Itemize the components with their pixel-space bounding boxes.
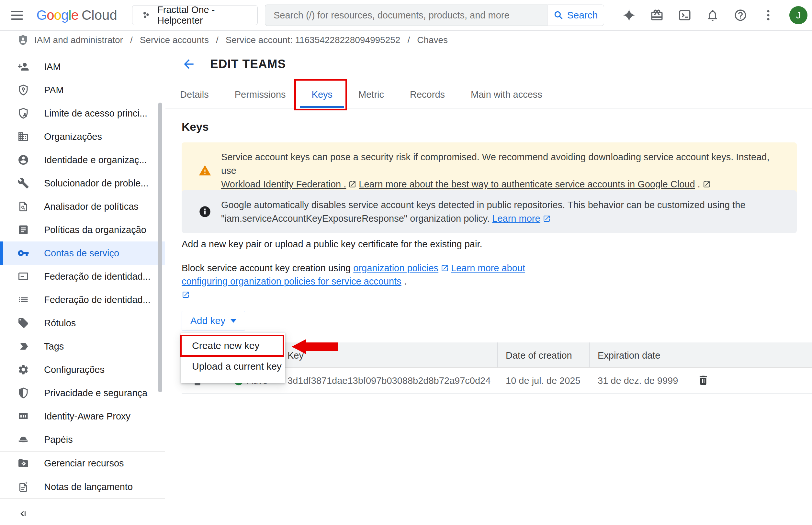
topbar-icons: J: [622, 6, 812, 24]
tab-main-with-access[interactable]: Main with access: [459, 81, 554, 108]
sidebar-item-identidade[interactable]: Identidade e organizaç...: [0, 148, 165, 171]
section-title: Keys: [182, 120, 209, 133]
back-arrow-icon[interactable]: [182, 57, 196, 71]
key-id-value: 3d1df3871dae13bf097b03088b2d8b72a97c0d24: [287, 375, 490, 386]
avatar-initial: J: [796, 10, 801, 21]
column-header-date-of-creation: Date of creation: [506, 350, 572, 361]
column-divider: [497, 343, 498, 368]
list-icon: [17, 294, 29, 305]
info-icon: [198, 205, 211, 218]
project-name: Fracttal One - Helpcenter: [157, 4, 248, 26]
avatar[interactable]: J: [789, 6, 808, 24]
sidebar-item-label: IAM: [44, 61, 61, 72]
sidebar-item-contas-de-servico[interactable]: Contas de serviço: [0, 241, 165, 265]
help-icon[interactable]: [734, 9, 747, 22]
tab-details[interactable]: Details: [168, 81, 221, 108]
configuring-policies-link[interactable]: configuring organization policies for se…: [182, 276, 401, 286]
sidebar-item-identity-aware-proxy[interactable]: Identity-Aware Proxy: [0, 405, 165, 428]
info-banner: Google automatically disables service ac…: [182, 190, 797, 233]
tab-permissions[interactable]: Permissions: [223, 81, 297, 108]
logo-letter: l: [68, 7, 71, 23]
workload-identity-federation-link[interactable]: Workload Identity Federation .: [221, 179, 346, 189]
organization-policies-link[interactable]: organization policies: [353, 263, 438, 273]
card-icon: [17, 271, 29, 282]
info-learn-more-link[interactable]: Learn more: [492, 213, 540, 224]
delete-key-icon[interactable]: [697, 374, 709, 387]
sidebar-item-label: Gerenciar recursos: [44, 458, 124, 469]
chevron-down-icon: [231, 319, 236, 323]
tab-records[interactable]: Records: [398, 81, 457, 108]
learn-more-authenticate-link[interactable]: Learn more about the best way to authent…: [359, 179, 695, 189]
warning-after-text: .: [698, 179, 700, 189]
sidebar-item-politicas[interactable]: Políticas da organização: [0, 218, 165, 241]
sidebar-item-pam[interactable]: PAM: [0, 78, 165, 102]
sidebar-item-iam[interactable]: IAM: [0, 55, 165, 78]
external-link-icon: [703, 180, 711, 189]
breadcrumb-item[interactable]: Service account: 116354228228094995252: [226, 35, 400, 45]
external-link-icon: [349, 180, 356, 189]
google-cloud-logo[interactable]: Google Cloud: [36, 7, 117, 23]
menu-icon[interactable]: [11, 8, 23, 22]
sidebar-item-label: Identidade e organizaç...: [44, 155, 147, 165]
sidebar-item-label: Privacidade e segurança: [44, 388, 147, 399]
search-button[interactable]: Search: [547, 4, 604, 26]
search-input[interactable]: [274, 10, 539, 21]
add-key-button[interactable]: Add key: [182, 311, 245, 331]
logo-letter: o: [54, 7, 61, 23]
person-add-icon: [17, 61, 29, 73]
info-line1: Google automatically disables service ac…: [221, 200, 745, 210]
search-icon: [553, 10, 564, 20]
logo-letter: G: [36, 7, 47, 23]
sidebar-item-privacidade[interactable]: Privacidade e segurança: [0, 381, 165, 405]
info-text: Google automatically disables service ac…: [221, 198, 745, 225]
sidebar-item-papeis[interactable]: Papéis: [0, 428, 165, 451]
sidebar-item-label: Federação de identidad...: [44, 295, 150, 305]
info-line2: "iam.serviceAccountKeyExposureResponse" …: [221, 213, 489, 224]
sidebar-item-limite-acesso[interactable]: Limite de acesso princi...: [0, 102, 165, 125]
sidebar-item-label: Rótulos: [44, 318, 76, 329]
breadcrumb-item[interactable]: IAM and administrator: [34, 35, 123, 45]
sidebar-scrollbar[interactable]: [158, 103, 162, 392]
sidebar-item-tags[interactable]: Tags: [0, 335, 165, 358]
search-field[interactable]: [265, 4, 547, 26]
warning-icon: [198, 164, 211, 177]
sidebar-item-label: Contas de serviço: [44, 248, 119, 259]
project-selector[interactable]: Fracttal One - Helpcenter: [132, 5, 258, 25]
sidebar-item-federacao-1[interactable]: Federação de identidad...: [0, 265, 165, 288]
shield-key-icon: [17, 84, 29, 96]
column-divider: [589, 343, 590, 368]
collapse-sidebar-icon[interactable]: [17, 508, 29, 519]
sidebar-item-label: Limite de acesso princi...: [44, 108, 147, 119]
gift-icon[interactable]: [650, 9, 664, 22]
search-button-label: Search: [567, 10, 598, 21]
key-expiration-date: 31 de dez. de 9999: [598, 375, 678, 386]
cloud-shell-icon[interactable]: [678, 9, 692, 22]
breadcrumb-item[interactable]: Service accounts: [140, 35, 209, 45]
sidebar-item-configuracoes[interactable]: Configurações: [0, 358, 165, 381]
more-options-icon[interactable]: [762, 9, 775, 22]
tab-metric[interactable]: Metric: [347, 81, 396, 108]
sidebar-item-federacao-2[interactable]: Federação de identidad...: [0, 288, 165, 311]
global-search: Search: [265, 4, 604, 26]
external-link-icon: [543, 214, 551, 223]
page-title: EDIT TEAMS: [210, 57, 286, 71]
sidebar-item-gerenciar-recursos[interactable]: Gerenciar recursos: [0, 451, 165, 475]
sidebar-item-label: Organizações: [44, 131, 102, 142]
sidebar-item-analisador[interactable]: Analisador de políticas: [0, 195, 165, 218]
external-link-icon[interactable]: [182, 291, 190, 299]
add-key-description: Add a new key pair or upload a public ke…: [182, 239, 483, 250]
sidebar-item-label: Papéis: [44, 434, 73, 445]
gemini-sparkle-icon[interactable]: [622, 9, 636, 22]
sidebar-item-solucionador[interactable]: Solucionador de proble...: [0, 171, 165, 195]
menu-item-create-new-key[interactable]: Create new key: [181, 335, 285, 356]
configuring-policies-link[interactable]: Learn more about: [451, 263, 525, 273]
warning-line1: Service account keys can pose a security…: [221, 152, 770, 176]
sidebar-item-organizacoes[interactable]: Organizações: [0, 125, 165, 148]
menu-item-upload-current-key[interactable]: Upload a current key: [181, 356, 285, 377]
main-content: EDIT TEAMS Details Permissions Keys Metr…: [165, 49, 812, 525]
notifications-bell-icon[interactable]: [706, 9, 719, 22]
tab-keys[interactable]: Keys: [300, 81, 344, 108]
sidebar-item-notas-lancamento[interactable]: Notas de lançamento: [0, 475, 165, 498]
sidebar-item-rotulos[interactable]: Rótulos: [0, 311, 165, 335]
key-icon: [17, 247, 29, 259]
